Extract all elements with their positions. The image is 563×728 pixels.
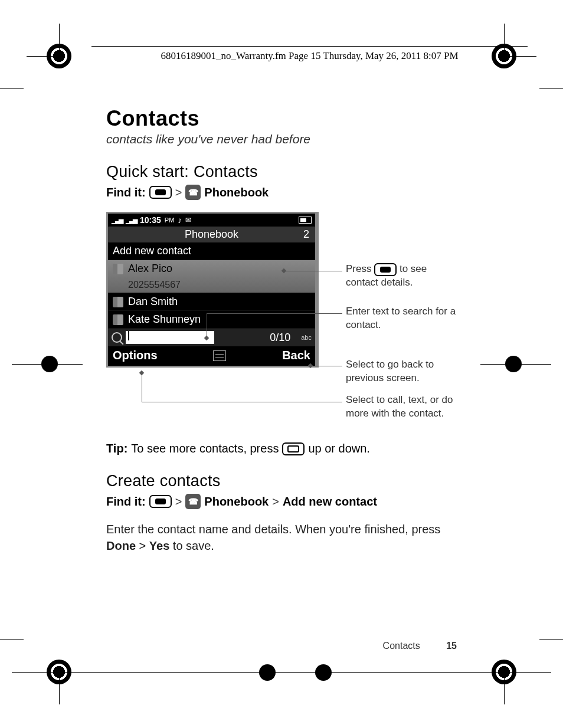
nav-key-icon: [282, 442, 305, 455]
quick-start-heading: Quick start: Contacts: [106, 163, 472, 181]
search-count: 0/10: [270, 332, 290, 344]
status-bar: ▁▃▅ ▁▃▅ 10:35PM ♪ ✉: [108, 214, 315, 227]
contact-name: Kate Shunneyn: [128, 313, 201, 326]
find-it-label: Find it:: [106, 495, 146, 509]
page-subtitle: contacts like you've never had before: [106, 132, 472, 146]
menu-key-icon: [149, 495, 172, 508]
screen-title: Phonebook 2: [108, 227, 315, 242]
tip-text-after: up or down.: [308, 442, 370, 455]
screen-title-text: Phonebook: [185, 228, 238, 240]
music-icon: ♪: [178, 215, 182, 225]
phonebook-label-2: Phonebook: [204, 495, 269, 509]
phonebook-app-icon: ☎: [185, 185, 201, 200]
softkey-back[interactable]: Back: [282, 349, 310, 362]
add-new-contact-row[interactable]: Add new contact: [108, 242, 315, 260]
status-time: 10:35: [140, 215, 161, 225]
input-mode-indicator: abc: [301, 334, 312, 341]
footer-section: Contacts: [383, 641, 420, 651]
tip-row: Tip: To see more contacts, press up or d…: [106, 442, 472, 455]
page-number: 15: [446, 641, 457, 651]
running-header-text: 68016189001_no_Warranty.fm Page 15 Thurs…: [161, 50, 458, 61]
find-it-label: Find it:: [106, 186, 146, 199]
contact-number: 2025554567: [113, 280, 181, 290]
running-header: 68016189001_no_Warranty.fm Page 15 Thurs…: [91, 46, 528, 62]
menu-icon[interactable]: [213, 350, 226, 361]
tip-text-before: To see more contacts, press: [131, 442, 279, 455]
phonebook-label: Phonebook: [204, 186, 269, 199]
battery-icon: [299, 217, 312, 224]
callout-contact-details: Press to see contact details.: [346, 263, 458, 290]
add-new-contact-label-2: Add new contact: [283, 495, 377, 509]
contact-name: Dan Smith: [128, 296, 178, 308]
center-key-icon: [374, 263, 397, 276]
signal-icon-2: ▁▃▅: [126, 217, 136, 224]
create-contacts-heading: Create contacts: [106, 472, 472, 490]
callout-search: Enter text to search for a contact.: [346, 305, 458, 332]
callout-back: Select to go back to previous screen.: [346, 358, 458, 385]
page-title: Contacts: [106, 106, 472, 131]
search-icon: [112, 332, 122, 343]
contact-count: 2: [303, 228, 309, 241]
find-it-row-1: Find it: > ☎ Phonebook: [106, 185, 472, 200]
contact-row-selected[interactable]: Alex Pico 2025554567: [108, 260, 315, 293]
callout-options: Select to call, text, or do more with th…: [346, 393, 458, 421]
contact-icon: [113, 314, 123, 325]
menu-key-icon: [149, 186, 172, 199]
phone-mockup: ▁▃▅ ▁▃▅ 10:35PM ♪ ✉ Phonebook 2 Add new …: [106, 212, 319, 368]
contact-row[interactable]: Dan Smith: [108, 293, 315, 311]
add-new-contact-label: Add new contact: [113, 245, 191, 257]
search-bar: 0/10 abc: [108, 329, 315, 346]
status-ampm: PM: [165, 217, 175, 224]
signal-icon: ▁▃▅: [112, 217, 122, 224]
page-footer: Contacts 15: [383, 641, 457, 651]
softkey-bar: Options Back: [108, 346, 315, 366]
create-body: Enter the contact name and details. When…: [106, 521, 472, 554]
contact-name: Alex Pico: [128, 263, 172, 275]
phonebook-app-icon: ☎: [185, 494, 201, 509]
tip-label: Tip:: [106, 442, 127, 455]
search-input[interactable]: [126, 331, 214, 344]
envelope-icon: ✉: [185, 216, 191, 224]
contact-icon: [113, 264, 123, 274]
breadcrumb-sep: >: [175, 186, 182, 199]
softkey-options[interactable]: Options: [113, 349, 158, 362]
find-it-row-2: Find it: > ☎ Phonebook > Add new contact: [106, 494, 472, 509]
contact-icon: [113, 297, 123, 307]
